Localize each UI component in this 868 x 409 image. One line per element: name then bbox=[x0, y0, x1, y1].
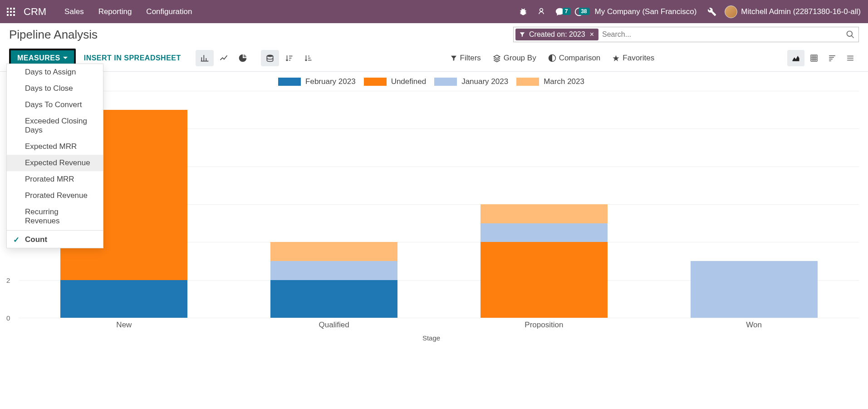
clock-badge: 38 bbox=[579, 8, 589, 15]
bar-chart-button[interactable] bbox=[196, 50, 214, 66]
svg-rect-4 bbox=[10, 11, 12, 13]
top-nav: CRM Sales Reporting Configuration 7 38 M… bbox=[0, 0, 868, 23]
star-icon bbox=[612, 54, 620, 62]
control-panel: Pipeline Analysis Created on: 2023 × MEA… bbox=[0, 23, 868, 71]
graph-view-button[interactable] bbox=[787, 50, 804, 66]
bar-segment[interactable] bbox=[691, 261, 818, 318]
legend-label: March 2023 bbox=[544, 77, 584, 86]
avatar bbox=[725, 5, 737, 18]
measures-dropdown: Days to Assign Days to Close Days To Con… bbox=[6, 64, 103, 248]
close-icon[interactable]: × bbox=[589, 30, 595, 39]
filters-label: Filters bbox=[460, 54, 481, 63]
cohort-view-button[interactable] bbox=[824, 50, 841, 66]
messages-icon[interactable]: 7 bbox=[550, 7, 569, 17]
favorites-button[interactable]: Favorites bbox=[612, 54, 654, 63]
legend-item[interactable]: January 2023 bbox=[434, 77, 508, 86]
swatch bbox=[364, 78, 387, 86]
company-name[interactable]: My Company (San Francisco) bbox=[588, 7, 703, 16]
svg-rect-14 bbox=[811, 55, 817, 61]
svg-rect-7 bbox=[10, 14, 12, 16]
clock-icon[interactable]: 38 bbox=[569, 7, 588, 17]
sort-desc-button[interactable] bbox=[280, 50, 298, 66]
x-tick: Qualified bbox=[229, 320, 439, 330]
search-input[interactable] bbox=[598, 30, 844, 39]
measure-option[interactable]: Expected Revenue bbox=[7, 155, 103, 171]
legend-item[interactable]: February 2023 bbox=[278, 77, 356, 86]
svg-point-12 bbox=[267, 55, 273, 57]
nav-configuration[interactable]: Configuration bbox=[139, 7, 199, 16]
legend-label: February 2023 bbox=[305, 77, 356, 86]
bug-icon[interactable] bbox=[514, 7, 532, 16]
chart-area: February 2023 Undefined January 2023 Mar… bbox=[0, 72, 868, 344]
bar-segment[interactable] bbox=[481, 204, 608, 223]
filters-button[interactable]: Filters bbox=[450, 54, 481, 63]
svg-rect-5 bbox=[13, 11, 15, 13]
svg-rect-3 bbox=[7, 11, 9, 13]
chevron-down-icon bbox=[63, 56, 68, 60]
bar-stack[interactable] bbox=[270, 242, 397, 318]
filter-icon bbox=[519, 31, 525, 38]
bar-stack[interactable] bbox=[481, 204, 608, 318]
pivot-view-button[interactable] bbox=[805, 50, 823, 66]
stacked-button[interactable] bbox=[261, 50, 279, 66]
support-icon[interactable] bbox=[532, 7, 550, 16]
measure-option[interactable]: Days to Close bbox=[7, 80, 103, 97]
groupby-button[interactable]: Group By bbox=[493, 54, 536, 63]
y-tick: 2 bbox=[6, 276, 10, 284]
y-tick: 0 bbox=[6, 314, 10, 322]
bar-segment[interactable] bbox=[270, 242, 397, 261]
bar-segment[interactable] bbox=[60, 280, 187, 318]
swatch bbox=[434, 78, 457, 86]
list-view-button[interactable] bbox=[842, 50, 859, 66]
x-tick: Won bbox=[649, 320, 859, 330]
chart-plot: 0 2 4 6 8 10 12 New Qualifie bbox=[19, 91, 859, 318]
measure-count[interactable]: Count bbox=[7, 232, 103, 248]
line-chart-button[interactable] bbox=[215, 50, 233, 66]
measure-option[interactable]: Prorated MRR bbox=[7, 171, 103, 187]
sort-asc-button[interactable] bbox=[299, 50, 317, 66]
user-menu[interactable]: Mitchell Admin (22871380-16-0-all) bbox=[721, 5, 864, 18]
svg-point-11 bbox=[847, 31, 853, 37]
nav-sales[interactable]: Sales bbox=[57, 7, 91, 16]
bar-stack[interactable] bbox=[691, 261, 818, 318]
bar-segment[interactable] bbox=[270, 261, 397, 280]
filter-chip[interactable]: Created on: 2023 × bbox=[515, 29, 598, 40]
legend-item[interactable]: March 2023 bbox=[516, 77, 584, 86]
favorites-label: Favorites bbox=[623, 54, 654, 63]
svg-rect-0 bbox=[7, 8, 9, 10]
svg-rect-6 bbox=[7, 14, 9, 16]
legend-item[interactable]: Undefined bbox=[364, 77, 427, 86]
measure-option[interactable]: Exceeded Closing Days bbox=[7, 113, 103, 138]
chart-legend: February 2023 Undefined January 2023 Mar… bbox=[4, 75, 859, 91]
measure-option[interactable]: Expected MRR bbox=[7, 138, 103, 155]
bar-segment[interactable] bbox=[481, 223, 608, 242]
svg-rect-8 bbox=[13, 14, 15, 16]
measure-option[interactable]: Prorated Revenue bbox=[7, 187, 103, 204]
measure-option[interactable]: Recurring Revenues bbox=[7, 204, 103, 229]
tools-icon[interactable] bbox=[703, 7, 721, 16]
x-axis-label: Stage bbox=[4, 334, 859, 342]
bar-segment[interactable] bbox=[270, 280, 397, 318]
search-box[interactable]: Created on: 2023 × bbox=[513, 27, 859, 42]
search-icon[interactable] bbox=[844, 30, 857, 39]
user-name: Mitchell Admin (22871380-16-0-all) bbox=[741, 7, 861, 16]
nav-reporting[interactable]: Reporting bbox=[91, 7, 139, 16]
page-title: Pipeline Analysis bbox=[9, 28, 98, 42]
app-title[interactable]: CRM bbox=[24, 6, 46, 18]
filter-icon bbox=[450, 54, 457, 62]
comparison-button[interactable]: Comparison bbox=[548, 54, 601, 63]
bar-segment[interactable] bbox=[481, 242, 608, 318]
svg-point-9 bbox=[539, 8, 543, 11]
layers-icon bbox=[493, 54, 501, 62]
swatch bbox=[278, 78, 301, 86]
bar-group: Won bbox=[649, 91, 859, 318]
measures-label: MEASURES bbox=[17, 54, 60, 62]
measure-option[interactable]: Days to Assign bbox=[7, 64, 103, 80]
bar-group: Proposition bbox=[439, 91, 649, 318]
pie-chart-button[interactable] bbox=[234, 50, 252, 66]
legend-label: Undefined bbox=[391, 77, 427, 86]
legend-label: January 2023 bbox=[461, 77, 508, 86]
measure-option[interactable]: Days To Convert bbox=[7, 97, 103, 113]
apps-icon[interactable] bbox=[4, 5, 18, 19]
x-tick: Proposition bbox=[439, 320, 649, 330]
